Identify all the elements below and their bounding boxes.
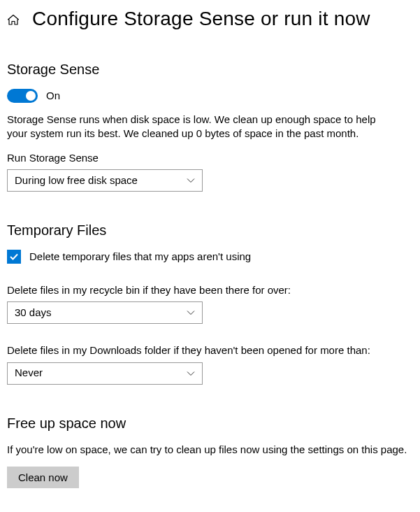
chevron-down-icon	[187, 308, 195, 317]
storage-sense-section: Storage Sense On Storage Sense runs when…	[7, 60, 413, 192]
clean-now-button[interactable]: Clean now	[7, 467, 79, 488]
downloads-value: Never	[15, 366, 43, 380]
recycle-bin-value: 30 days	[15, 306, 52, 320]
delete-temp-checkbox-row: Delete temporary files that my apps aren…	[7, 250, 413, 264]
page-title: Configure Storage Sense or run it now	[32, 6, 370, 32]
run-storage-sense-dropdown[interactable]: During low free disk space	[7, 169, 203, 192]
recycle-bin-label: Delete files in my recycle bin if they h…	[7, 283, 413, 297]
run-storage-sense-label: Run Storage Sense	[7, 151, 413, 165]
chevron-down-icon	[187, 369, 195, 378]
downloads-dropdown[interactable]: Never	[7, 362, 203, 385]
free-up-space-heading: Free up space now	[7, 414, 413, 433]
storage-sense-toggle-row: On	[7, 89, 413, 103]
free-up-space-section: Free up space now If you're low on space…	[7, 414, 413, 488]
storage-sense-toggle[interactable]	[7, 89, 38, 103]
storage-sense-heading: Storage Sense	[7, 60, 413, 79]
downloads-field: Delete files in my Downloads folder if t…	[7, 343, 413, 384]
chevron-down-icon	[187, 176, 195, 185]
home-icon[interactable]	[7, 14, 20, 27]
downloads-label: Delete files in my Downloads folder if t…	[7, 343, 413, 357]
temporary-files-heading: Temporary Files	[7, 221, 413, 240]
recycle-bin-field: Delete files in my recycle bin if they h…	[7, 283, 413, 324]
recycle-bin-dropdown[interactable]: 30 days	[7, 301, 203, 324]
storage-sense-toggle-label: On	[46, 89, 60, 103]
free-up-description: If you're low on space, we can try to cl…	[7, 443, 413, 457]
page-header: Configure Storage Sense or run it now	[7, 6, 413, 32]
delete-temp-label: Delete temporary files that my apps aren…	[29, 250, 251, 264]
delete-temp-checkbox[interactable]	[7, 250, 21, 264]
temporary-files-section: Temporary Files Delete temporary files t…	[7, 221, 413, 385]
toggle-knob	[26, 91, 36, 101]
run-storage-sense-value: During low free disk space	[15, 173, 138, 187]
storage-sense-description: Storage Sense runs when disk space is lo…	[7, 113, 388, 141]
